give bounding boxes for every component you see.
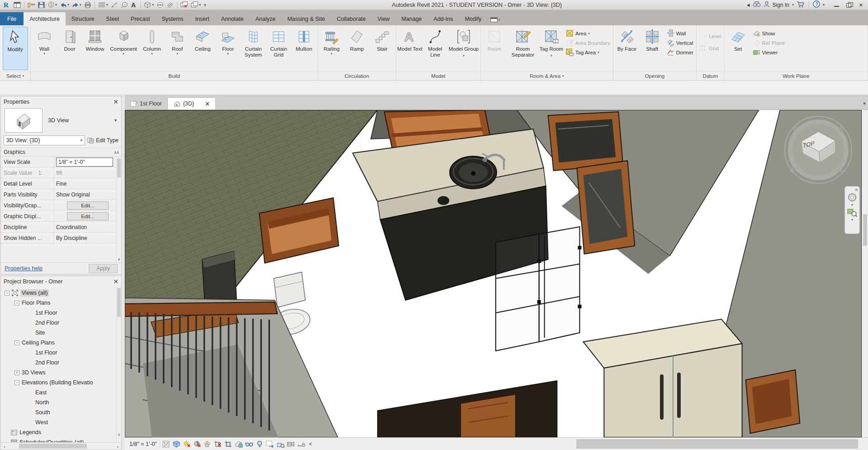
property-row[interactable]: Detail LevelFine xyxy=(1,178,121,189)
area-boundary-button[interactable]: Area Boundary xyxy=(566,39,610,47)
minimize-button[interactable] xyxy=(834,2,840,8)
graphics-section-header[interactable]: Graphics∧∧ xyxy=(1,148,121,157)
tab-analyze[interactable]: Analyze xyxy=(250,12,281,25)
viewer-button[interactable]: Viewer xyxy=(753,48,785,56)
default-3d-view-button[interactable]: ▾ xyxy=(143,0,155,10)
view-scale-control[interactable]: 1/8" = 1'-0" xyxy=(127,440,160,448)
tab-file[interactable]: File xyxy=(0,12,24,25)
tree-item-ceiling-2nd-floor[interactable]: 2nd Floor xyxy=(1,358,121,368)
tree-item-floor-plans[interactable]: −Floor Plans xyxy=(1,298,121,308)
tag-room-button[interactable]: 1 Tag Room ▾ xyxy=(539,27,564,58)
tab-modify[interactable]: Modify xyxy=(459,12,488,25)
browser-scrollbar[interactable]: ∨ xyxy=(116,287,121,442)
set-button[interactable]: Set xyxy=(726,27,751,52)
shaft-button[interactable]: Shaft xyxy=(640,27,665,52)
property-row[interactable]: View Scale1/8" = 1'-0" xyxy=(1,157,121,168)
ref-plane-button[interactable]: Ref Plane xyxy=(753,39,785,47)
panel-label-select[interactable]: Select▾ xyxy=(0,72,30,80)
room-button[interactable]: Room xyxy=(482,27,507,52)
show-work-plane-button[interactable]: Show xyxy=(753,29,785,37)
tree-item-2nd-floor[interactable]: 2nd Floor xyxy=(1,318,121,328)
component-button[interactable]: Component▾ xyxy=(108,27,139,56)
tab-systems[interactable]: Systems xyxy=(156,12,189,25)
sign-in-button[interactable]: Sign In xyxy=(773,2,789,8)
floor-button[interactable]: Floor▾ xyxy=(215,27,241,56)
reveal-constraints-icon[interactable] xyxy=(297,440,306,449)
displaced-elements-icon[interactable] xyxy=(276,440,285,449)
tree-item-schedules[interactable]: Schedules/Quantities (all) xyxy=(1,437,121,442)
crop-region-icon[interactable] xyxy=(224,440,233,449)
view-control-collapse-icon[interactable]: < xyxy=(307,441,314,447)
tree-item-south[interactable]: South xyxy=(1,407,121,417)
tree-item-legends[interactable]: Legends xyxy=(1,427,121,437)
view-tab-3d[interactable]: {3D} ✕ xyxy=(168,97,216,110)
tree-item-site[interactable]: Site xyxy=(1,328,121,338)
properties-window-button[interactable] xyxy=(13,0,22,10)
apply-button[interactable]: Apply xyxy=(89,264,118,273)
model-line-button[interactable]: Model Line xyxy=(422,27,448,57)
stair-button[interactable]: Stair xyxy=(370,27,395,52)
crop-view-icon[interactable] xyxy=(213,440,223,449)
view-tab-close-icon[interactable]: ✕ xyxy=(205,101,210,107)
tab-collaborate[interactable]: Collaborate xyxy=(331,12,372,25)
model-text-button[interactable]: A Model Text xyxy=(397,27,422,52)
mullion-button[interactable]: Mullion xyxy=(291,27,317,52)
scroll-left-icon[interactable]: ‹ xyxy=(1,444,8,449)
viewport-vertical-scrollbar[interactable] xyxy=(862,110,868,437)
level-button[interactable]: 1 Level xyxy=(699,32,721,40)
switch-windows-button[interactable]: ▾ xyxy=(190,0,202,10)
view-selector[interactable]: 3D View: {3D}▾ xyxy=(4,135,85,145)
workshare-button[interactable]: ▾ xyxy=(47,0,58,10)
tab-architecture[interactable]: Architecture xyxy=(24,12,66,25)
save-button[interactable] xyxy=(37,0,46,10)
tree-item-elevations[interactable]: −Elevations (Building Elevatio xyxy=(1,378,121,388)
tab-manage[interactable]: Manage xyxy=(395,12,427,25)
worksharing-display-icon[interactable] xyxy=(286,440,295,449)
wall-button[interactable]: Wall▾ xyxy=(32,27,57,56)
project-browser-close-icon[interactable]: ✕ xyxy=(113,278,119,285)
property-row[interactable]: Show Hidden ...By Discipline xyxy=(1,233,121,244)
reveal-hidden-elements-icon[interactable] xyxy=(255,440,264,449)
collapse-arrow-icon[interactable]: ◀ xyxy=(747,3,750,7)
tab-annotate[interactable]: Annotate xyxy=(215,12,250,25)
zoom-tool-icon[interactable] xyxy=(847,207,858,218)
wheel-caret-icon[interactable]: ▼ xyxy=(851,203,854,206)
viewport-horizontal-scrollbar[interactable] xyxy=(319,438,866,450)
tab-insert[interactable]: Insert xyxy=(189,12,215,25)
dormer-button[interactable]: Dormer xyxy=(667,48,693,56)
sign-in-caret-icon[interactable]: ▾ xyxy=(792,3,794,7)
tree-item-ceiling-plans[interactable]: −Ceiling Plans xyxy=(1,338,121,348)
help-button[interactable]: ? xyxy=(813,0,820,9)
browser-horizontal-scrollbar[interactable]: ‹ › xyxy=(1,442,121,450)
restore-button[interactable] xyxy=(846,2,853,8)
visual-style-icon[interactable] xyxy=(172,440,181,449)
tag-by-category-button[interactable]: 1 xyxy=(120,0,129,10)
properties-close-icon[interactable]: ✕ xyxy=(113,98,119,105)
type-selector-caret-icon[interactable]: ▼ xyxy=(114,118,118,123)
tree-item-north[interactable]: North xyxy=(1,397,121,407)
navbar-close-icon[interactable]: ⊗ xyxy=(854,187,858,192)
open-button[interactable] xyxy=(27,0,36,10)
print-button[interactable] xyxy=(83,0,92,10)
text-button[interactable]: A xyxy=(130,0,138,10)
tree-item-1st-floor[interactable]: 1st Floor xyxy=(1,308,121,318)
area-button[interactable]: Area▾ xyxy=(566,29,610,37)
visibility-edit-button[interactable]: Edit... xyxy=(67,201,109,210)
tree-item-west[interactable]: West xyxy=(1,417,121,427)
redo-button[interactable]: ▾ xyxy=(71,0,82,10)
tab-view[interactable]: View xyxy=(372,12,396,25)
lock-3d-view-icon[interactable] xyxy=(234,440,243,449)
revit-menu-button[interactable]: R xyxy=(2,0,12,10)
grid-button[interactable]: Grid xyxy=(699,44,721,52)
column-button[interactable]: Column▾ xyxy=(139,27,165,56)
view-scale-input[interactable]: 1/8" = 1'-0" xyxy=(56,158,113,167)
tree-item-views-all[interactable]: −Views (all) xyxy=(1,288,121,298)
tab-steel[interactable]: Steel xyxy=(100,12,125,25)
steering-wheel-icon[interactable] xyxy=(847,192,858,203)
thin-lines-button[interactable] xyxy=(166,0,175,10)
drawing-canvas[interactable]: W N S E TOP ⊗ xyxy=(125,110,862,437)
by-face-button[interactable]: By Face xyxy=(614,27,640,52)
detail-level-icon[interactable] xyxy=(161,440,171,449)
modify-button[interactable]: Modify xyxy=(3,27,28,70)
tab-precast[interactable]: Precast xyxy=(125,12,156,25)
